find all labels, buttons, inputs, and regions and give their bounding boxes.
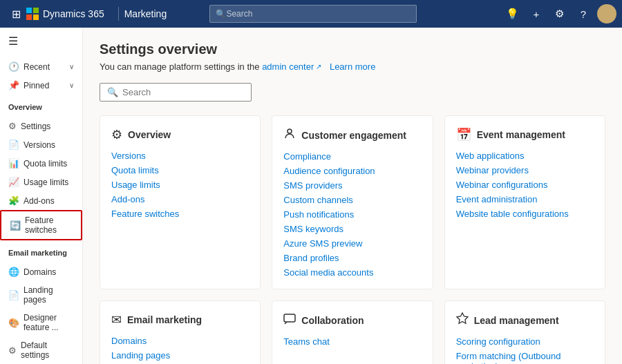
nav-divider — [118, 7, 119, 21]
dynamics-logo — [26, 8, 39, 20]
designer-icon: 🎨 — [8, 318, 19, 328]
avatar[interactable] — [597, 4, 616, 23]
admin-center-link[interactable]: admin center ↗ — [262, 61, 321, 72]
card-lead-header: Lead management — [456, 312, 594, 328]
overview-card-title: Overview — [128, 129, 171, 140]
sidebar-item-feature-switches[interactable]: 🔄 Feature switches — [0, 210, 82, 240]
link-teams-chat[interactable]: Teams chat — [283, 336, 421, 347]
sidebar-item-versions[interactable]: 📄 Versions — [0, 135, 82, 154]
add-icon[interactable]: + — [527, 4, 546, 23]
topbar-actions: 💡 + ⚙ ? — [503, 4, 616, 23]
brand: Dynamics 365 — [26, 8, 104, 20]
link-website-table[interactable]: Website table configurations — [456, 209, 594, 219]
learn-more-link[interactable]: Learn more — [330, 61, 375, 72]
link-webinar-providers[interactable]: Webinar providers — [456, 165, 594, 175]
feature-label: Feature switches — [25, 215, 73, 235]
page-title: Settings overview — [100, 41, 605, 57]
link-sms-providers[interactable]: SMS providers — [283, 180, 421, 191]
sidebar-item-recent[interactable]: 🕐 Recent ∨ — [0, 57, 82, 76]
collab-card-icon — [283, 312, 296, 328]
sidebar-item-addons[interactable]: 🧩 Add-ons — [0, 191, 82, 210]
settings-search-input[interactable] — [122, 87, 244, 97]
link-form-matching[interactable]: Form matching (Outbound marketing) — [456, 351, 594, 364]
settings-search-icon: 🔍 — [107, 87, 118, 97]
sidebar-overview-section: ⚙ Settings 📄 Versions 📊 Quota limits 📈 U… — [0, 114, 82, 243]
link-usage-limits[interactable]: Usage limits — [111, 180, 249, 190]
link-quota-limits[interactable]: Quota limits — [111, 165, 249, 175]
card-overview-header: ⚙ Overview — [111, 127, 249, 142]
recent-caret: ∨ — [69, 63, 74, 70]
sidebar-top-section: 🕐 Recent ∨ 📌 Pinned ∨ — [0, 55, 82, 97]
card-customer-engagement: Customer engagement Compliance Audience … — [272, 115, 433, 289]
link-azure-sms[interactable]: Azure SMS preview — [283, 238, 421, 249]
link-event-admin[interactable]: Event administration — [456, 194, 594, 204]
link-webinar-configs[interactable]: Webinar configurations — [456, 180, 594, 190]
sidebar-item-domains[interactable]: 🌐 Domains — [0, 262, 82, 281]
overview-card-links: Versions Quota limits Usage limits Add-o… — [111, 151, 249, 219]
hamburger-button[interactable]: ☰ — [0, 28, 82, 55]
description-text: You can manage platform settings in the — [100, 61, 260, 72]
feature-icon: 🔄 — [10, 220, 21, 231]
brand-name: Dynamics 365 — [43, 8, 104, 19]
link-brand-profiles[interactable]: Brand profiles — [283, 253, 421, 263]
link-sms-keywords[interactable]: SMS keywords — [283, 224, 421, 234]
global-search-box[interactable]: 🔍 — [209, 5, 417, 23]
addons-label: Add-ons — [23, 196, 55, 206]
sidebar-item-usage[interactable]: 📈 Usage limits — [0, 173, 82, 191]
sidebar: ☰ 🕐 Recent ∨ 📌 Pinned ∨ Overview ⚙ Setti… — [0, 28, 83, 364]
event-card-title: Event management — [477, 129, 565, 140]
email-section-title: Email marketing — [0, 243, 82, 260]
link-social-media[interactable]: Social media accounts — [283, 267, 421, 278]
module-name: Marketing — [124, 8, 167, 19]
search-icon: 🔍 — [216, 9, 226, 19]
waffle-icon[interactable]: ⊞ — [6, 3, 26, 24]
link-landing-pages[interactable]: Landing pages — [111, 350, 249, 361]
domains-label: Domains — [23, 267, 56, 277]
main-content: Settings overview You can manage platfor… — [83, 28, 622, 364]
recent-label: Recent — [23, 62, 50, 72]
link-add-ons[interactable]: Add-ons — [111, 194, 249, 204]
pinned-label: Pinned — [23, 81, 49, 90]
settings-search-box[interactable]: 🔍 — [100, 83, 252, 102]
sidebar-item-landing-pages[interactable]: 📄 Landing pages — [0, 281, 82, 309]
customer-card-icon — [283, 127, 296, 143]
lead-card-title: Lead management — [474, 315, 559, 326]
lead-card-icon — [456, 312, 469, 328]
settings-cards-grid: ⚙ Overview Versions Quota limits Usage l… — [100, 115, 605, 364]
sidebar-item-default-settings[interactable]: ⚙ Default settings — [0, 336, 82, 364]
lightbulb-icon[interactable]: 💡 — [503, 4, 522, 23]
global-search-input[interactable] — [226, 9, 411, 19]
domains-icon: 🌐 — [8, 267, 19, 277]
sidebar-item-designer[interactable]: 🎨 Designer feature ... — [0, 309, 82, 336]
email-card-icon: ✉ — [111, 312, 122, 327]
card-lead-management: Lead management Scoring configuration Fo… — [444, 300, 605, 364]
quota-label: Quota limits — [23, 159, 67, 169]
help-icon[interactable]: ? — [574, 4, 593, 23]
sidebar-item-settings[interactable]: ⚙ Settings — [0, 117, 82, 135]
email-card-title: Email marketing — [127, 314, 202, 325]
sidebar-item-quota[interactable]: 📊 Quota limits — [0, 154, 82, 173]
page-description: You can manage platform settings in the … — [100, 61, 605, 72]
link-domains[interactable]: Domains — [111, 336, 249, 346]
link-audience-config[interactable]: Audience configuration — [283, 166, 421, 176]
link-web-apps[interactable]: Web applications — [456, 151, 594, 161]
lead-card-links: Scoring configuration Form matching (Out… — [456, 336, 594, 364]
link-push-notifications[interactable]: Push notifications — [283, 209, 421, 220]
overview-card-icon: ⚙ — [111, 127, 122, 142]
quota-icon: 📊 — [8, 158, 19, 169]
customer-card-title: Customer engagement — [301, 130, 406, 141]
email-card-links: Domains Landing pages Designer feature p… — [111, 336, 249, 364]
addons-icon: 🧩 — [8, 195, 19, 206]
link-feature-switches[interactable]: Feature switches — [111, 209, 249, 219]
sidebar-item-pinned[interactable]: 📌 Pinned ∨ — [0, 76, 82, 95]
link-compliance[interactable]: Compliance — [283, 151, 421, 162]
settings-icon[interactable]: ⚙ — [550, 4, 569, 23]
link-versions[interactable]: Versions — [111, 151, 249, 161]
svg-point-4 — [288, 129, 292, 133]
pinned-caret: ∨ — [69, 82, 74, 89]
recent-icon: 🕐 — [8, 61, 19, 72]
collab-card-links: Teams chat — [283, 336, 421, 347]
link-custom-channels[interactable]: Custom channels — [283, 195, 421, 205]
link-scoring-config[interactable]: Scoring configuration — [456, 336, 594, 347]
svg-rect-3 — [33, 15, 39, 20]
